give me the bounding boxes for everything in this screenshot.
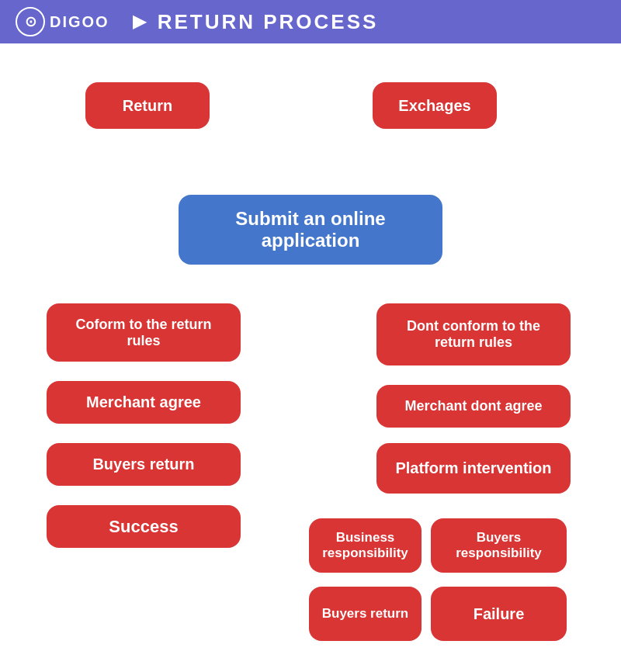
business-resp-box: Business responsibility [309, 518, 422, 573]
logo-symbol: ⊙ [25, 13, 36, 30]
merchant-agree-box: Merchant agree [47, 381, 241, 424]
dont-conform-box: Dont conform to the return rules [376, 303, 571, 365]
header-title: ▶ RETURN PROCESS [133, 10, 379, 34]
return-box: Return [85, 82, 210, 129]
submit-box: Submit an online application [179, 195, 442, 265]
header: ⊙ DIGOO ▶ RETURN PROCESS [0, 0, 621, 43]
title-text: RETURN PROCESS [158, 10, 379, 34]
logo-text: DIGOO [50, 13, 109, 31]
play-icon: ▶ [133, 12, 148, 32]
failure-box: Failure [431, 587, 567, 641]
platform-box: Platform intervention [376, 443, 571, 494]
buyers-return-right-box: Buyers return [309, 587, 422, 641]
content: Return Exchages Submit an online applica… [0, 43, 621, 672]
buyers-resp-box: Buyers responsibility [431, 518, 567, 573]
logo-circle: ⊙ [16, 7, 45, 36]
success-box: Success [47, 505, 241, 548]
buyers-return-left-box: Buyers return [47, 443, 241, 486]
merchant-dont-box: Merchant dont agree [376, 385, 571, 428]
exchanges-box: Exchages [373, 82, 497, 129]
conform-box: Coform to the return rules [47, 303, 241, 362]
